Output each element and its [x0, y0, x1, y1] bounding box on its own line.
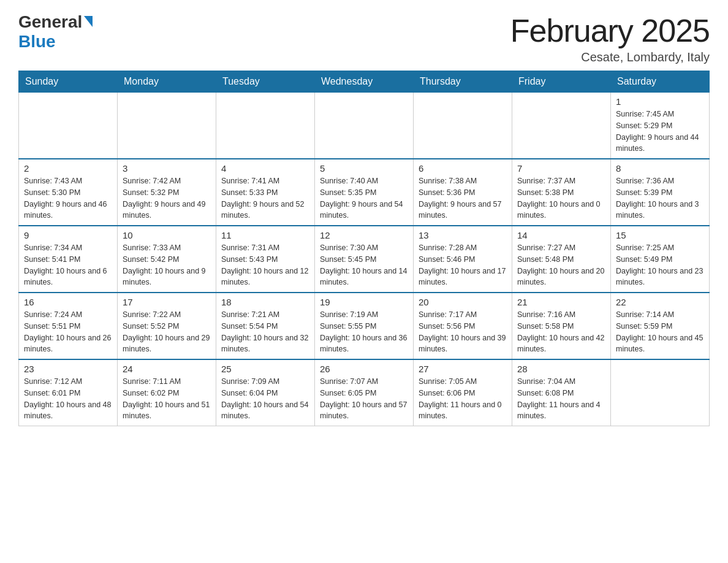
- calendar-cell: [118, 93, 216, 159]
- calendar-cell: [315, 93, 414, 159]
- calendar-cell: 16Sunrise: 7:24 AMSunset: 5:51 PMDayligh…: [19, 293, 118, 359]
- day-info: Sunrise: 7:14 AMSunset: 5:59 PMDaylight:…: [616, 309, 704, 355]
- day-info: Sunrise: 7:12 AMSunset: 6:01 PMDaylight:…: [24, 376, 112, 422]
- day-number: 6: [419, 163, 507, 174]
- calendar-cell: 21Sunrise: 7:16 AMSunset: 5:58 PMDayligh…: [512, 293, 611, 359]
- day-info: Sunrise: 7:21 AMSunset: 5:54 PMDaylight:…: [221, 309, 309, 355]
- month-title: February 2025: [510, 12, 710, 49]
- calendar-cell: [414, 93, 512, 159]
- calendar-cell: 3Sunrise: 7:42 AMSunset: 5:32 PMDaylight…: [118, 159, 216, 226]
- calendar-cell: 7Sunrise: 7:37 AMSunset: 5:38 PMDaylight…: [512, 159, 611, 226]
- day-number: 25: [221, 364, 309, 374]
- logo-arrow-icon: [84, 16, 93, 27]
- day-info: Sunrise: 7:07 AMSunset: 6:05 PMDaylight:…: [320, 376, 408, 422]
- calendar-cell: 12Sunrise: 7:30 AMSunset: 5:45 PMDayligh…: [315, 226, 414, 293]
- calendar-cell: 4Sunrise: 7:41 AMSunset: 5:33 PMDaylight…: [216, 159, 315, 226]
- calendar-cell: 18Sunrise: 7:21 AMSunset: 5:54 PMDayligh…: [216, 293, 315, 359]
- day-number: 22: [616, 297, 704, 307]
- day-number: 7: [517, 163, 605, 174]
- day-number: 21: [517, 297, 605, 307]
- weekday-header-wednesday: Wednesday: [315, 71, 414, 93]
- location-subtitle: Cesate, Lombardy, Italy: [510, 50, 710, 64]
- calendar-cell: [512, 93, 611, 159]
- day-number: 28: [517, 364, 605, 374]
- day-number: 16: [24, 297, 112, 307]
- calendar-cell: 14Sunrise: 7:27 AMSunset: 5:48 PMDayligh…: [512, 226, 611, 293]
- calendar-cell: 1Sunrise: 7:45 AMSunset: 5:29 PMDaylight…: [611, 93, 710, 159]
- day-number: 3: [123, 163, 211, 174]
- weekday-header-monday: Monday: [118, 71, 216, 93]
- week-row-4: 16Sunrise: 7:24 AMSunset: 5:51 PMDayligh…: [19, 293, 710, 359]
- day-info: Sunrise: 7:34 AMSunset: 5:41 PMDaylight:…: [24, 242, 112, 288]
- calendar-cell: 17Sunrise: 7:22 AMSunset: 5:52 PMDayligh…: [118, 293, 216, 359]
- day-info: Sunrise: 7:41 AMSunset: 5:33 PMDaylight:…: [221, 175, 309, 221]
- week-row-3: 9Sunrise: 7:34 AMSunset: 5:41 PMDaylight…: [19, 226, 710, 293]
- day-number: 5: [320, 163, 408, 174]
- day-info: Sunrise: 7:43 AMSunset: 5:30 PMDaylight:…: [24, 175, 112, 221]
- week-row-1: 1Sunrise: 7:45 AMSunset: 5:29 PMDaylight…: [19, 93, 710, 159]
- calendar-cell: 20Sunrise: 7:17 AMSunset: 5:56 PMDayligh…: [414, 293, 512, 359]
- logo: General Blue: [18, 12, 93, 52]
- logo-blue-text: Blue: [18, 32, 56, 52]
- calendar-cell: 23Sunrise: 7:12 AMSunset: 6:01 PMDayligh…: [19, 359, 118, 426]
- day-number: 24: [123, 364, 211, 374]
- calendar-cell: 22Sunrise: 7:14 AMSunset: 5:59 PMDayligh…: [611, 293, 710, 359]
- weekday-header-thursday: Thursday: [414, 71, 512, 93]
- calendar-cell: 26Sunrise: 7:07 AMSunset: 6:05 PMDayligh…: [315, 359, 414, 426]
- calendar-table: SundayMondayTuesdayWednesdayThursdayFrid…: [18, 71, 710, 426]
- day-info: Sunrise: 7:38 AMSunset: 5:36 PMDaylight:…: [419, 175, 507, 221]
- day-info: Sunrise: 7:19 AMSunset: 5:55 PMDaylight:…: [320, 309, 408, 355]
- calendar-cell: [19, 93, 118, 159]
- day-info: Sunrise: 7:24 AMSunset: 5:51 PMDaylight:…: [24, 309, 112, 355]
- day-number: 4: [221, 163, 309, 174]
- calendar-cell: 10Sunrise: 7:33 AMSunset: 5:42 PMDayligh…: [118, 226, 216, 293]
- logo-general-text: General: [18, 12, 82, 32]
- calendar-cell: 9Sunrise: 7:34 AMSunset: 5:41 PMDaylight…: [19, 226, 118, 293]
- calendar-cell: [611, 359, 710, 426]
- calendar-cell: 8Sunrise: 7:36 AMSunset: 5:39 PMDaylight…: [611, 159, 710, 226]
- day-info: Sunrise: 7:25 AMSunset: 5:49 PMDaylight:…: [616, 242, 704, 288]
- day-number: 14: [517, 230, 605, 240]
- day-number: 17: [123, 297, 211, 307]
- day-number: 8: [616, 163, 704, 174]
- calendar-cell: 27Sunrise: 7:05 AMSunset: 6:06 PMDayligh…: [414, 359, 512, 426]
- calendar-cell: 11Sunrise: 7:31 AMSunset: 5:43 PMDayligh…: [216, 226, 315, 293]
- day-number: 9: [24, 230, 112, 240]
- day-number: 19: [320, 297, 408, 307]
- day-info: Sunrise: 7:37 AMSunset: 5:38 PMDaylight:…: [517, 175, 605, 221]
- day-number: 27: [419, 364, 507, 374]
- day-number: 18: [221, 297, 309, 307]
- weekday-header-tuesday: Tuesday: [216, 71, 315, 93]
- day-info: Sunrise: 7:27 AMSunset: 5:48 PMDaylight:…: [517, 242, 605, 288]
- day-number: 1: [616, 96, 704, 107]
- day-info: Sunrise: 7:04 AMSunset: 6:08 PMDaylight:…: [517, 376, 605, 422]
- day-info: Sunrise: 7:33 AMSunset: 5:42 PMDaylight:…: [123, 242, 211, 288]
- day-number: 26: [320, 364, 408, 374]
- day-number: 15: [616, 230, 704, 240]
- day-number: 12: [320, 230, 408, 240]
- day-info: Sunrise: 7:22 AMSunset: 5:52 PMDaylight:…: [123, 309, 211, 355]
- day-number: 10: [123, 230, 211, 240]
- day-info: Sunrise: 7:40 AMSunset: 5:35 PMDaylight:…: [320, 175, 408, 221]
- day-info: Sunrise: 7:31 AMSunset: 5:43 PMDaylight:…: [221, 242, 309, 288]
- calendar-cell: 5Sunrise: 7:40 AMSunset: 5:35 PMDaylight…: [315, 159, 414, 226]
- day-info: Sunrise: 7:05 AMSunset: 6:06 PMDaylight:…: [419, 376, 507, 422]
- calendar-cell: 19Sunrise: 7:19 AMSunset: 5:55 PMDayligh…: [315, 293, 414, 359]
- calendar-cell: 24Sunrise: 7:11 AMSunset: 6:02 PMDayligh…: [118, 359, 216, 426]
- calendar-cell: 2Sunrise: 7:43 AMSunset: 5:30 PMDaylight…: [19, 159, 118, 226]
- title-area: February 2025 Cesate, Lombardy, Italy: [510, 12, 710, 64]
- calendar-cell: 15Sunrise: 7:25 AMSunset: 5:49 PMDayligh…: [611, 226, 710, 293]
- day-number: 2: [24, 163, 112, 174]
- calendar-cell: 6Sunrise: 7:38 AMSunset: 5:36 PMDaylight…: [414, 159, 512, 226]
- day-info: Sunrise: 7:42 AMSunset: 5:32 PMDaylight:…: [123, 175, 211, 221]
- day-info: Sunrise: 7:36 AMSunset: 5:39 PMDaylight:…: [616, 175, 704, 221]
- calendar-cell: [216, 93, 315, 159]
- weekday-header-sunday: Sunday: [19, 71, 118, 93]
- day-info: Sunrise: 7:30 AMSunset: 5:45 PMDaylight:…: [320, 242, 408, 288]
- day-number: 20: [419, 297, 507, 307]
- week-row-2: 2Sunrise: 7:43 AMSunset: 5:30 PMDaylight…: [19, 159, 710, 226]
- day-info: Sunrise: 7:28 AMSunset: 5:46 PMDaylight:…: [419, 242, 507, 288]
- day-info: Sunrise: 7:17 AMSunset: 5:56 PMDaylight:…: [419, 309, 507, 355]
- calendar-cell: 28Sunrise: 7:04 AMSunset: 6:08 PMDayligh…: [512, 359, 611, 426]
- page-header: General Blue February 2025 Cesate, Lomba…: [18, 12, 710, 64]
